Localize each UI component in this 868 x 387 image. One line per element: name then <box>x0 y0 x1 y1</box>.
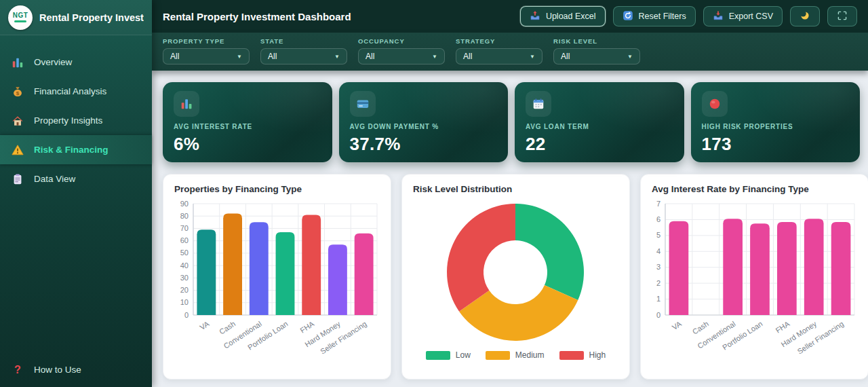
sidebar-item-how-to-use[interactable]: ? How to Use <box>0 355 152 384</box>
bar-portfolio-loan[interactable] <box>276 232 295 315</box>
money-bag-icon: $ <box>11 85 24 98</box>
bar-hard-money[interactable] <box>328 244 347 315</box>
chart-card-risk-level-distribution: Risk Level Distribution LowMediumHigh <box>401 174 630 380</box>
donut-segment-high[interactable] <box>447 204 515 312</box>
state-select[interactable]: All ▼ <box>260 48 347 64</box>
sidebar-footer: ? How to Use <box>0 355 152 384</box>
upload-excel-button[interactable]: Upload Excel <box>520 6 606 26</box>
stat-label: HIGH RISK PROPERTIES <box>702 123 850 130</box>
sidebar-item-label: Risk & Financing <box>34 145 108 155</box>
sidebar-item-financial-analysis[interactable]: $ Financial Analysis <box>0 77 152 106</box>
question-icon: ? <box>11 363 24 377</box>
stat-label: AVG INTEREST RATE <box>174 123 321 130</box>
y-tick-label: 7 <box>656 200 660 208</box>
y-tick-label: 40 <box>180 261 189 270</box>
filter-bar: PROPERTY TYPE All ▼ STATE All ▼ OCCUPANC… <box>152 33 868 71</box>
donut-segment-low[interactable] <box>515 204 584 300</box>
bar-portfolio-loan[interactable] <box>750 223 770 315</box>
chevron-down-icon: ▼ <box>237 54 242 60</box>
stat-label: AVG LOAN TERM <box>526 123 673 130</box>
chart-card-avg-interest-rate-by-financing-type: Avg Interest Rate by Financing Type 0123… <box>640 174 868 380</box>
stat-value: 173 <box>702 134 850 155</box>
y-tick-label: 3 <box>656 263 660 271</box>
filter-label: RISK LEVEL <box>553 37 640 45</box>
selected-value: All <box>170 52 179 61</box>
filter-property-type: PROPERTY TYPE All ▼ <box>163 37 250 64</box>
button-label: Upload Excel <box>546 12 596 21</box>
legend-item-medium[interactable]: Medium <box>486 350 545 360</box>
sidebar-menu: Overview $ Financial Analysis Property I… <box>0 48 152 194</box>
house-icon <box>11 114 24 128</box>
bar-fha[interactable] <box>302 215 321 315</box>
filter-occupancy: OCCUPANCY All ▼ <box>358 37 445 64</box>
risk-level-distribution-donut-chart <box>413 198 618 348</box>
y-tick-label: 1 <box>656 295 660 303</box>
clipboard-icon <box>11 172 24 186</box>
property-type-select[interactable]: All ▼ <box>163 48 250 64</box>
risk-level-select[interactable]: All ▼ <box>553 48 640 64</box>
bar-fha[interactable] <box>777 222 797 315</box>
y-tick-label: 6 <box>656 215 660 223</box>
filter-risk-level: RISK LEVEL All ▼ <box>553 37 640 64</box>
chevron-down-icon: ▼ <box>627 54 633 60</box>
sidebar: NGT Rental Property Investment Overview … <box>0 0 152 387</box>
sidebar-item-label: How to Use <box>34 365 81 375</box>
y-tick-label: 2 <box>656 279 660 287</box>
bar-va[interactable] <box>197 229 216 315</box>
export-csv-button[interactable]: Export CSV <box>703 6 783 26</box>
sidebar-item-risk-financing[interactable]: Risk & Financing <box>0 135 152 164</box>
bar-conventional[interactable] <box>723 219 743 315</box>
export-tray-icon <box>713 10 724 23</box>
bar-hard-money[interactable] <box>804 219 824 315</box>
x-tick-label: FHA <box>298 319 316 334</box>
topbar: Rental Property Investment Dashboard Upl… <box>152 0 868 33</box>
bar-conventional[interactable] <box>250 222 269 315</box>
y-tick-label: 20 <box>180 286 189 294</box>
legend-item-low[interactable]: Low <box>426 350 471 360</box>
chevron-down-icon: ▼ <box>432 54 437 60</box>
x-tick-label: Cash <box>218 320 237 336</box>
bar-seller-financing[interactable] <box>831 222 851 315</box>
sidebar-item-overview[interactable]: Overview <box>0 48 152 77</box>
sidebar-item-data-view[interactable]: Data View <box>0 164 152 194</box>
y-tick-label: 10 <box>180 298 189 306</box>
occupancy-select[interactable]: All ▼ <box>358 48 445 64</box>
selected-value: All <box>463 52 472 61</box>
y-tick-label: 90 <box>180 200 189 208</box>
filter-label: STATE <box>260 37 347 45</box>
stat-card-avg-interest-rate: AVG INTEREST RATE 6% <box>163 82 332 162</box>
stat-value: 22 <box>526 134 673 155</box>
sidebar-item-label: Financial Analysis <box>34 86 106 96</box>
upload-tray-icon <box>530 10 540 23</box>
logo-text: NGT <box>13 12 28 19</box>
legend-item-high[interactable]: High <box>559 350 606 360</box>
x-tick-label: VA <box>671 319 684 331</box>
content-area: AVG INTEREST RATE 6% AVG DOWN PAYMENT % … <box>152 71 868 387</box>
fullscreen-button[interactable] <box>827 6 857 26</box>
y-tick-label: 30 <box>180 274 189 282</box>
legend-swatch <box>426 351 450 360</box>
x-tick-label: FHA <box>774 319 791 334</box>
chart-title: Properties by Financing Type <box>174 184 380 194</box>
legend-label: Medium <box>515 350 545 360</box>
ngt-logo: NGT <box>8 5 33 30</box>
properties-by-financing-type-bar-chart: 0102030405060708090VACashConventionalPor… <box>174 198 380 367</box>
y-tick-label: 0 <box>184 311 189 319</box>
brand-title: Rental Property Investment <box>39 12 144 23</box>
theme-toggle-button[interactable] <box>790 6 820 26</box>
y-tick-label: 70 <box>180 224 189 232</box>
svg-text:$: $ <box>16 90 20 96</box>
y-tick-label: 4 <box>656 247 660 255</box>
strategy-select[interactable]: All ▼ <box>456 48 542 64</box>
page-title: Rental Property Investment Dashboard <box>163 11 513 22</box>
button-label: Reset Filters <box>639 12 686 21</box>
filter-label: OCCUPANCY <box>358 37 445 45</box>
sidebar-item-property-insights[interactable]: Property Insights <box>0 106 152 135</box>
fullscreen-icon <box>837 10 848 23</box>
bar-cash[interactable] <box>223 214 242 315</box>
bar-va[interactable] <box>669 221 689 315</box>
reset-filters-button[interactable]: Reset Filters <box>613 6 696 26</box>
stat-card-avg-down-payment: AVG DOWN PAYMENT % 37.7% <box>339 82 509 162</box>
bar-seller-financing[interactable] <box>355 234 374 315</box>
chevron-down-icon: ▼ <box>334 54 340 60</box>
